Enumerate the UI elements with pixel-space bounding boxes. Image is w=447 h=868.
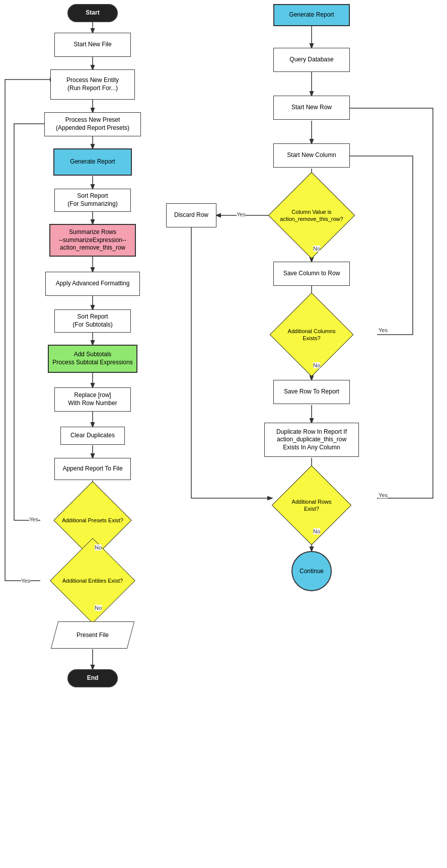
generate-report-right-node: Generate Report: [273, 4, 350, 26]
end-node: End: [67, 669, 118, 687]
add-subtotals-node: Add SubtotalsProcess Subtotal Expression…: [48, 345, 137, 373]
generate-report-left-node: Generate Report: [53, 148, 132, 176]
start-new-row-node: Start New Row: [273, 96, 350, 120]
save-row-to-report-node: Save Row To Report: [273, 380, 350, 404]
query-database-node: Query Database: [273, 48, 350, 72]
continue-node: Continue: [291, 551, 332, 591]
process-entity-node: Process New Entity(Run Report For...): [50, 69, 135, 100]
save-col-to-row-node: Save Column to Row: [273, 262, 350, 286]
addrows-yes-label: Yes: [379, 492, 388, 498]
additional-presets-diamond: Additional Presets Exist?: [48, 498, 137, 542]
apply-formatting-node: Apply Advanced Formatting: [45, 272, 140, 296]
discard-row-node: Discard Row: [166, 203, 216, 227]
additional-entities-diamond: Additional Entities Exist?: [44, 559, 141, 603]
sort-report1-node: Sort Report(For Summarizing): [54, 189, 131, 212]
start-new-column-node: Start New Column: [273, 143, 350, 168]
addrows-no-label: No: [313, 528, 320, 534]
presets-yes-label: Yes: [29, 516, 38, 522]
present-file-node: Present File: [54, 621, 131, 649]
additional-rows-diamond: Additional RowsExist?: [267, 483, 356, 527]
entities-yes-label: Yes: [21, 578, 30, 584]
col-no-label: No: [313, 246, 320, 252]
replace-row-node: Replace [row]With Row Number: [54, 387, 131, 412]
col-value-diamond: Column Value isaction_remove_this_row?: [267, 189, 356, 242]
flowchart-container: Start Start New File Process New Entity(…: [0, 0, 447, 868]
entities-no-label: No: [95, 605, 102, 611]
addcols-yes-label: Yes: [379, 327, 388, 333]
start-new-file-node: Start New File: [54, 33, 131, 57]
additional-cols-diamond: Additional ColumnsExists?: [267, 309, 356, 360]
addcols-no-label: No: [313, 362, 320, 368]
process-preset-node: Process New Preset(Appended Report Prese…: [44, 112, 141, 136]
presets-no-label: No: [95, 544, 102, 550]
clear-duplicates-node: Clear Duplicates: [60, 427, 125, 445]
start-node: Start: [67, 4, 118, 22]
summarize-rows-node: Summarize Rows--summarizeExpression--act…: [49, 224, 136, 257]
sort-report2-node: Sort Report(For Subtotals): [54, 309, 131, 333]
append-report-node: Append Report To File: [54, 458, 131, 480]
col-yes-label: Yes: [237, 211, 246, 217]
duplicate-row-node: Duplicate Row In Report Ifaction_duplica…: [264, 423, 359, 457]
